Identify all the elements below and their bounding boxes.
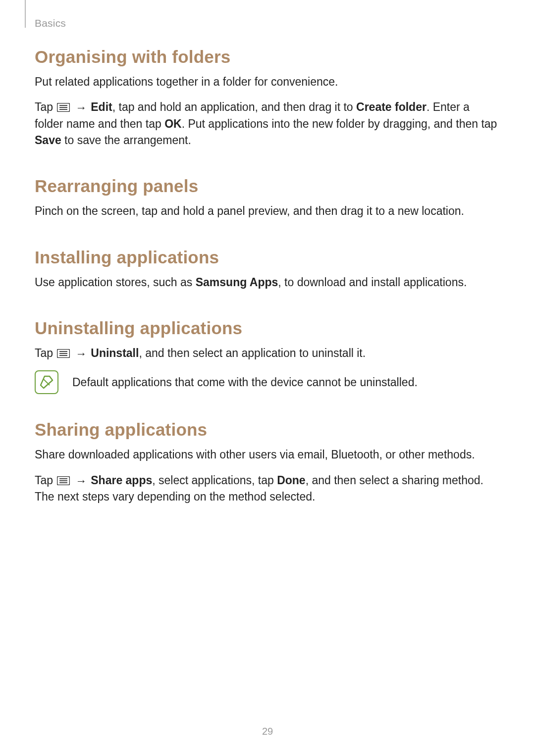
text: , to download and install applications. bbox=[278, 276, 467, 289]
svg-line-8 bbox=[44, 379, 50, 385]
menu-icon bbox=[57, 476, 70, 485]
note-block: Default applications that come with the … bbox=[35, 370, 500, 394]
arrow-icon: → bbox=[74, 346, 88, 362]
text-bold: Done bbox=[277, 474, 306, 487]
text: , and then select an application to unin… bbox=[139, 347, 366, 359]
text: Tap bbox=[35, 347, 56, 359]
note-icon bbox=[35, 370, 58, 394]
document-page: Basics Organising with folders Put relat… bbox=[0, 0, 535, 756]
paragraph: Pinch on the screen, tap and hold a pane… bbox=[35, 203, 500, 219]
text-bold: Create folder bbox=[356, 101, 427, 113]
text: Tap bbox=[35, 101, 56, 113]
paragraph: Use application stores, such as Samsung … bbox=[35, 274, 500, 291]
arrow-icon: → bbox=[74, 473, 88, 489]
text: . Put applications into the new folder b… bbox=[182, 117, 497, 130]
text-bold: Uninstall bbox=[91, 347, 139, 359]
menu-icon bbox=[57, 103, 70, 112]
text: Tap bbox=[35, 474, 56, 487]
paragraph: Share downloaded applications with other… bbox=[35, 447, 500, 463]
heading-rearranging: Rearranging panels bbox=[35, 176, 500, 196]
page-content: Organising with folders Put related appl… bbox=[35, 47, 500, 514]
paragraph: Tap → Edit, tap and hold an application,… bbox=[35, 99, 500, 149]
paragraph: Tap → Share apps, select applications, t… bbox=[35, 472, 500, 505]
text: to save the arrangement. bbox=[61, 134, 191, 147]
note-text: Default applications that come with the … bbox=[72, 374, 418, 391]
heading-organising: Organising with folders bbox=[35, 47, 500, 67]
text-bold: Samsung Apps bbox=[196, 276, 278, 289]
text-bold: Save bbox=[35, 134, 61, 147]
text-bold: Edit bbox=[91, 101, 112, 113]
heading-uninstalling: Uninstalling applications bbox=[35, 318, 500, 338]
heading-installing: Installing applications bbox=[35, 248, 500, 267]
page-number: 29 bbox=[0, 726, 535, 737]
paragraph: Tap → Uninstall, and then select an appl… bbox=[35, 345, 500, 361]
text-bold: Share apps bbox=[91, 474, 152, 487]
text: , tap and hold an application, and then … bbox=[112, 101, 356, 113]
breadcrumb: Basics bbox=[35, 17, 66, 29]
heading-sharing: Sharing applications bbox=[35, 420, 500, 440]
text: Use application stores, such as bbox=[35, 276, 196, 289]
arrow-icon: → bbox=[74, 100, 88, 116]
header-divider bbox=[25, 0, 26, 28]
paragraph: Put related applications together in a f… bbox=[35, 74, 500, 90]
text: , select applications, tap bbox=[152, 474, 277, 487]
menu-icon bbox=[57, 349, 70, 358]
text-bold: OK bbox=[164, 117, 182, 130]
